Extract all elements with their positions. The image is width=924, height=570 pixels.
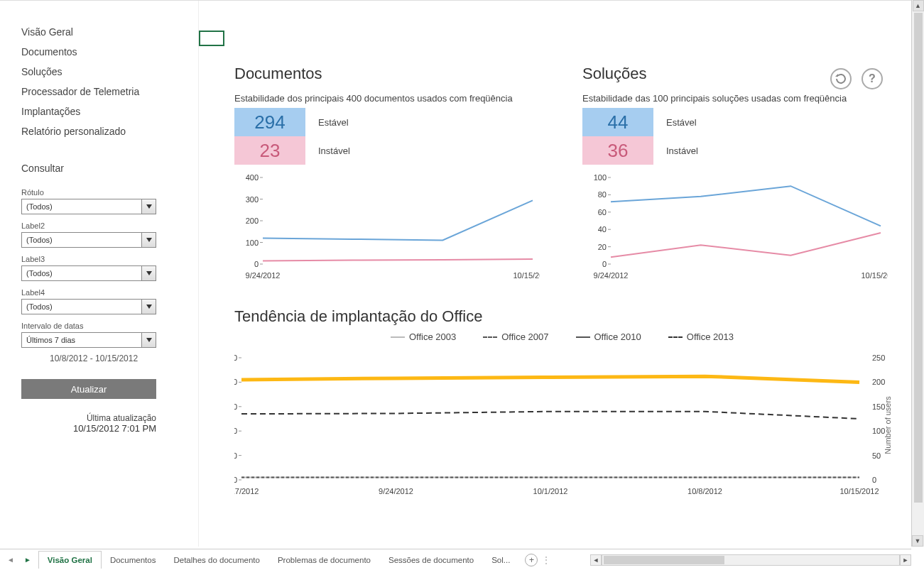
date-range-text: 10/8/2012 - 10/15/2012 — [50, 353, 185, 363]
vertical-scrollbar[interactable]: ▲ ▼ — [911, 0, 924, 547]
tab-menu-icon[interactable]: ⋮ — [542, 555, 550, 565]
solucoes-unstable-value: 36 — [582, 136, 653, 165]
consultar-heading: Consultar — [21, 163, 185, 174]
nav-relatorio-personalizado[interactable]: Relatório personalizado — [21, 121, 185, 141]
svg-text:9/24/2012: 9/24/2012 — [379, 487, 413, 495]
nav-visao-geral[interactable]: Visão Geral — [21, 22, 185, 42]
nav-solucoes[interactable]: Soluções — [21, 62, 185, 82]
svg-text:0: 0 — [602, 260, 607, 268]
svg-text:100: 100 — [234, 427, 237, 435]
solucoes-chart: 0204060801009/24/201210/15/2012 — [582, 170, 888, 284]
documentos-chart: 01002003004009/24/201210/15/2012 — [234, 170, 540, 284]
svg-text:200: 200 — [234, 378, 237, 386]
solucoes-section: Soluções Estabilidade das 100 principais… — [582, 65, 888, 286]
nav-documentos[interactable]: Documentos — [21, 42, 185, 62]
filter-value-label2: (Todos) — [26, 236, 53, 244]
filter-select-label2[interactable]: (Todos) — [21, 232, 156, 248]
horizontal-scrollbar[interactable]: ◄ ► — [590, 554, 911, 566]
filter-label-label4: Label4 — [21, 288, 185, 297]
svg-text:9/24/2012: 9/24/2012 — [594, 271, 629, 280]
tab-nav-prev[interactable]: ◄ — [6, 556, 16, 564]
tab-visao-geral[interactable]: Visão Geral — [38, 551, 102, 569]
filter-value-intervalo: Últimos 7 dias — [26, 336, 75, 344]
documentos-title: Documentos — [234, 65, 540, 83]
last-update-label: Última atualização — [21, 413, 156, 423]
documentos-subtitle: Estabilidade dos principais 400 document… — [234, 93, 540, 104]
svg-text:100: 100 — [872, 427, 885, 435]
solucoes-stable-label: Estável — [666, 117, 697, 128]
tab-sol[interactable]: Sol... — [483, 552, 519, 569]
filter-label-label3: Label3 — [21, 255, 185, 263]
legend-office2007: Office 2007 — [501, 331, 548, 342]
trend-legend: Office 2003 Office 2007 Office 2010 Offi… — [234, 331, 890, 342]
nav-implantacoes[interactable]: Implantações — [21, 102, 185, 121]
hscroll-left-button[interactable]: ◄ — [590, 554, 602, 566]
solucoes-unstable-label: Instável — [666, 146, 698, 156]
svg-text:10/15/2012: 10/15/2012 — [839, 487, 879, 495]
svg-text:200: 200 — [872, 378, 885, 386]
update-button[interactable]: Atualizar — [21, 379, 156, 399]
nav-processador-telemetria[interactable]: Processador de Telemetria — [21, 82, 185, 102]
svg-text:250: 250 — [872, 353, 885, 362]
help-icon: ? — [869, 72, 876, 85]
svg-text:9/24/2012: 9/24/2012 — [246, 271, 281, 280]
documentos-unstable-value: 23 — [234, 136, 305, 165]
svg-text:40: 40 — [598, 225, 607, 234]
scroll-down-button[interactable]: ▼ — [912, 535, 923, 547]
last-update-time: 10/15/2012 7:01 PM — [21, 423, 156, 434]
svg-text:300: 300 — [246, 195, 259, 204]
svg-text:50: 50 — [234, 451, 237, 460]
filter-label-rotulo: Rótulo — [21, 188, 185, 197]
chevron-down-icon — [141, 266, 156, 280]
main-content: ? Documentos Estabilidade dos principais… — [199, 1, 911, 547]
svg-text:100: 100 — [246, 239, 259, 247]
filter-select-intervalo[interactable]: Últimos 7 dias — [21, 332, 156, 348]
tab-problemas-documento[interactable]: Problemas de documento — [269, 552, 380, 569]
svg-text:20: 20 — [598, 243, 607, 251]
svg-text:0: 0 — [234, 476, 237, 484]
tab-nav-next[interactable]: ► — [23, 556, 33, 564]
solucoes-stable-value: 44 — [582, 108, 653, 136]
svg-text:400: 400 — [246, 173, 259, 182]
svg-text:10/8/2012: 10/8/2012 — [687, 487, 722, 495]
legend-office2013: Office 2013 — [687, 331, 734, 342]
refresh-icon — [835, 73, 847, 84]
tab-sessoes-documento[interactable]: Sessões de documento — [380, 552, 483, 569]
filter-label-label2: Label2 — [21, 221, 185, 230]
svg-text:0: 0 — [872, 476, 876, 484]
svg-text:250: 250 — [234, 353, 237, 362]
scroll-up-button[interactable]: ▲ — [913, 0, 924, 11]
legend-office2010: Office 2010 — [594, 331, 641, 342]
filter-select-rotulo[interactable]: (Todos) — [21, 199, 156, 214]
svg-text:80: 80 — [598, 190, 607, 199]
hscroll-right-button[interactable]: ► — [900, 554, 911, 566]
refresh-button[interactable] — [830, 68, 852, 89]
documentos-unstable-label: Instável — [318, 146, 350, 156]
sidebar: Visão Geral Documentos Soluções Processa… — [0, 1, 199, 547]
filter-value-rotulo: (Todos) — [26, 202, 53, 211]
chevron-down-icon — [141, 333, 156, 347]
tab-documentos[interactable]: Documentos — [102, 552, 165, 569]
filter-select-label3[interactable]: (Todos) — [21, 265, 156, 281]
documentos-section: Documentos Estabilidade dos principais 4… — [234, 65, 540, 286]
svg-text:150: 150 — [872, 402, 885, 411]
add-sheet-button[interactable]: + — [525, 554, 538, 566]
help-button[interactable]: ? — [862, 68, 883, 89]
svg-text:0: 0 — [254, 260, 259, 268]
hscroll-thumb[interactable] — [604, 556, 724, 564]
filter-value-label4: (Todos) — [26, 302, 53, 311]
filter-select-label4[interactable]: (Todos) — [21, 299, 156, 314]
svg-text:9/17/2012: 9/17/2012 — [234, 487, 259, 495]
svg-text:100: 100 — [594, 173, 607, 182]
svg-text:150: 150 — [234, 402, 237, 411]
svg-text:60: 60 — [598, 208, 607, 217]
active-cell-indicator — [199, 31, 224, 46]
svg-text:10/15/2012: 10/15/2012 — [861, 271, 888, 280]
chevron-down-icon — [141, 300, 156, 314]
documentos-stable-label: Estável — [318, 117, 349, 128]
hscroll-track[interactable] — [602, 554, 900, 566]
svg-text:50: 50 — [872, 451, 881, 460]
vertical-scroll-thumb[interactable] — [914, 13, 923, 503]
svg-text:10/1/2012: 10/1/2012 — [533, 487, 568, 495]
tab-detalhes-documento[interactable]: Detalhes do documento — [165, 552, 268, 569]
